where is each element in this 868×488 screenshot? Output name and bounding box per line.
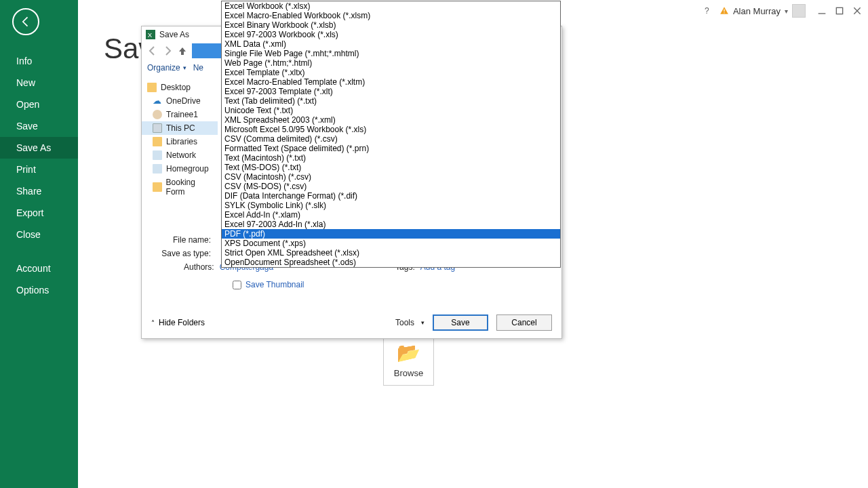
sidebar-items: InfoNewOpenSaveSave AsPrintShareExportCl… [0,50,78,245]
chevron-down-icon: ▾ [421,319,425,326]
sidebar-item-new[interactable]: New [0,72,78,94]
file-name-label: File name: [154,235,216,245]
organize-menu[interactable]: Organize ▾ [147,63,186,73]
window-controls: ? Alan Murray ▾ [702,4,863,18]
file-type-option[interactable]: Text (Macintosh) (*.txt) [222,153,560,163]
file-type-option[interactable]: Text (MS-DOS) (*.txt) [222,163,560,172]
file-type-option[interactable]: CSV (MS-DOS) (*.csv) [222,182,560,191]
save-button[interactable]: Save [433,314,488,331]
sidebar-item-share[interactable]: Share [0,180,78,202]
file-type-option[interactable]: XML Data (*.xml) [222,39,560,49]
tools-menu[interactable]: Tools ▾ [395,318,425,327]
backstage-sidebar: InfoNewOpenSaveSave AsPrintShareExportCl… [0,0,78,488]
excel-icon: X [146,30,155,39]
user-account[interactable]: Alan Murray ▾ [719,4,806,18]
homegroup-icon [153,164,162,174]
sidebar-item-options[interactable]: Options [0,279,78,301]
file-type-option[interactable]: PDF (*.pdf) [222,229,560,239]
minimize-icon[interactable] [816,5,827,16]
pc-icon [153,123,162,133]
file-type-option[interactable]: Excel Macro-Enabled Workbook (*.xlsm) [222,11,560,20]
sidebar-item-open[interactable]: Open [0,94,78,115]
sidebar-item-account[interactable]: Account [0,258,78,279]
sidebar-item-export[interactable]: Export [0,202,78,224]
nav-forward-icon[interactable] [162,45,173,56]
cancel-button[interactable]: Cancel [496,314,552,331]
chevron-down-icon: ▾ [183,64,186,71]
tree-libraries[interactable]: Libraries [142,135,218,148]
chevron-up-icon: ˄ [151,319,155,327]
sidebar-item-save[interactable]: Save [0,115,78,137]
avatar [792,4,806,18]
file-type-option[interactable]: OpenDocument Spreadsheet (*.ods) [222,258,560,267]
file-type-option[interactable]: Formatted Text (Space delimited) (*.prn) [222,144,560,153]
file-type-option[interactable]: Unicode Text (*.txt) [222,106,560,115]
file-type-option[interactable]: Excel 97-2003 Add-In (*.xla) [222,220,560,229]
file-type-option[interactable]: Strict Open XML Spreadsheet (*.xlsx) [222,248,560,258]
chevron-down-icon: ▾ [785,7,788,15]
maximize-icon[interactable] [834,5,845,16]
file-type-option[interactable]: Microsoft Excel 5.0/95 Workbook (*.xls) [222,125,560,134]
user-icon [153,110,162,119]
authors-label: Authors: [184,262,214,272]
file-type-option[interactable]: SYLK (Symbolic Link) (*.slk) [222,201,560,210]
tree-booking-form[interactable]: Booking Form [142,176,218,199]
sidebar-item-info[interactable]: Info [0,50,78,72]
user-name: Alan Murray [733,6,781,16]
nav-back-icon[interactable] [147,45,158,56]
save-thumbnail-label: Save Thumbnail [245,280,304,289]
file-type-option[interactable]: Excel Macro-Enabled Template (*.xltm) [222,77,560,87]
file-type-option[interactable]: CSV (Comma delimited) (*.csv) [222,134,560,144]
tree-desktop[interactable]: Desktop [142,81,218,94]
warning-icon [719,6,729,16]
svg-rect-2 [724,12,724,13]
file-type-option[interactable]: DIF (Data Interchange Format) (*.dif) [222,191,560,201]
svg-rect-1 [724,9,724,12]
folder-icon [153,182,162,192]
file-type-option[interactable]: Excel 97-2003 Template (*.xlt) [222,87,560,96]
file-type-option[interactable]: Excel Add-In (*.xlam) [222,210,560,220]
close-icon[interactable] [852,5,863,16]
folder-icon [153,137,162,146]
folder-icon [147,83,157,92]
svg-text:?: ? [705,6,709,16]
save-as-type-label: Save as type: [154,249,216,258]
tree-homegroup[interactable]: Homegroup [142,162,218,176]
file-type-option[interactable]: Web Page (*.htm;*.html) [222,58,560,68]
file-type-option[interactable]: Single File Web Page (*.mht;*.mhtml) [222,49,560,58]
file-type-option[interactable]: Excel Workbook (*.xlsx) [222,1,560,11]
folder-icon: 📂 [397,342,420,364]
sidebar-item-close[interactable]: Close [0,224,78,245]
file-type-option[interactable]: XML Spreadsheet 2003 (*.xml) [222,115,560,125]
hide-folders-toggle[interactable]: ˄ Hide Folders [151,318,205,327]
new-folder-button[interactable]: Ne [193,63,203,73]
nav-up-icon[interactable] [177,45,188,56]
svg-rect-4 [836,7,842,14]
tree-trainee1[interactable]: Trainee1 [142,108,218,121]
dialog-bottom-row: ˄ Hide Folders Tools ▾ Save Cancel [142,307,561,338]
help-icon[interactable]: ? [702,5,713,16]
tree-network[interactable]: Network [142,148,218,162]
save-thumbnail-checkbox[interactable] [233,281,241,289]
tree-onedrive[interactable]: ☁OneDrive [142,94,218,108]
tree-this-pc[interactable]: This PC [142,121,218,135]
back-button[interactable] [12,8,39,35]
file-type-option[interactable]: Text (Tab delimited) (*.txt) [222,96,560,106]
sidebar-item-save-as[interactable]: Save As [0,137,78,159]
file-type-option[interactable]: XPS Document (*.xps) [222,239,560,248]
file-type-option[interactable]: Excel Template (*.xltx) [222,68,560,77]
svg-text:X: X [148,31,153,39]
file-type-option[interactable]: Excel Binary Workbook (*.xlsb) [222,20,560,30]
file-type-option[interactable]: Excel 97-2003 Workbook (*.xls) [222,30,560,39]
file-type-option[interactable]: CSV (Macintosh) (*.csv) [222,172,560,182]
save-as-type-dropdown[interactable]: Excel Workbook (*.xlsx)Excel Macro-Enabl… [221,1,561,268]
browse-button[interactable]: 📂 Browse [383,334,434,386]
cloud-icon: ☁ [153,96,162,106]
sidebar-item-print[interactable]: Print [0,159,78,180]
network-icon [153,150,162,160]
